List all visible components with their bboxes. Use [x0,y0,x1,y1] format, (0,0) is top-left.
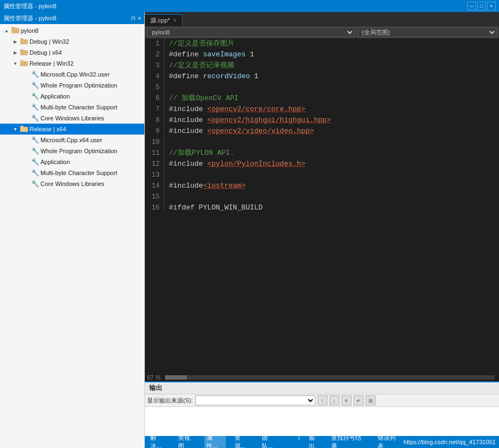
output-btn-3[interactable]: ≡ [342,395,351,405]
close-sidebar-icon[interactable]: × [138,15,141,21]
core-win32-label: Core Windows Libraries [40,115,104,121]
sidebar-title-text: 属性管理器 - pylon8 [3,14,56,22]
status-item-output[interactable]: 输出 [307,434,323,448]
status-item-solve[interactable]: 解决... [148,434,169,448]
status-item-properties[interactable]: 属性... [204,434,226,448]
wrench-icon-core-win32: 🔧 [31,114,39,123]
output-btn-4[interactable]: ↵ [354,395,363,405]
folder-icon-debug-win32 [20,37,28,46]
status-left: 解决... 类视图 属性... 资源... 团队... | 输出 查找符号结果 … [148,434,403,448]
sidebar-title-icons: ⊓ × [131,15,141,21]
svg-rect-4 [20,50,28,55]
tree-application-win32[interactable]: 🔧 Application [0,91,144,102]
status-right: https://blog.csdn.net/qq_41731051 [403,439,496,445]
status-item-find[interactable]: 查找符号结果 [329,434,369,448]
status-bar: 解决... 类视图 属性... 资源... 团队... | 输出 查找符号结果 … [145,436,499,448]
code-editor[interactable]: 1 //定义是否保存图片 2 #define saveImages 1 3 //… [145,38,499,374]
zoom-level: 67 % [147,374,161,381]
scope-select[interactable]: (全局范围) [357,27,497,37]
tree-core-x64[interactable]: 🔧 Core Windows Libraries [0,178,144,189]
code-line-9: 9 #include <opencv2/video/video.hpp> [145,126,499,137]
horizontal-scrollbar[interactable] [165,375,495,380]
wrench-icon-whole-program-win32: 🔧 [31,81,39,90]
release-x64-label: Release | x64 [30,126,66,132]
wrench-icon-multibyte-x64: 🔧 [31,168,39,177]
status-item-resources[interactable]: 资源... [232,434,254,448]
svg-rect-2 [20,39,28,44]
tab-source-cpp[interactable]: 源.cpp* × [145,14,183,26]
wrench-icon-multibyte-win32: 🔧 [31,103,39,112]
minimize-button[interactable]: ─ [467,2,476,10]
right-panel: 源.cpp* × pylon8 (全局范围) 1 //定义是否保存图片 2 #d… [145,12,499,448]
maximize-button[interactable]: □ [477,2,486,10]
code-line-8: 8 #include <opencv2/highgui/highgui.hpp> [145,115,499,126]
code-line-1: 1 //定义是否保存图片 [145,38,499,49]
application-x64-label: Application [40,159,70,165]
pin-icon[interactable]: ⊓ [131,15,136,21]
output-btn-1[interactable]: ↑ [318,395,327,405]
tree-application-x64[interactable]: 🔧 Application [0,156,144,167]
multibyte-win32-label: Multi-byte Character Support [40,104,118,110]
folder-icon-debug-x64 [20,48,28,57]
multibyte-x64-label: Multi-byte Character Support [40,170,118,176]
output-title: 输出 [145,382,499,394]
svg-rect-3 [20,38,24,40]
tree-microsoft-cpp-win32[interactable]: 🔧 Microsoft.Cpp.Win32.user [0,69,144,80]
tree-debug-win32[interactable]: ▶ Debug | Win32 [0,36,144,47]
tree-core-win32[interactable]: 🔧 Core Windows Libraries [0,113,144,124]
scrollbar-thumb[interactable] [165,375,187,380]
code-line-7: 7 #include <opencv2/core/core.hpp> [145,104,499,115]
tab-filename: 源.cpp* [150,16,170,25]
svg-rect-1 [11,27,15,28]
editor-scrollbar-row: 67 % [145,374,499,381]
whole-program-x64-label: Whole Program Optimization [40,148,118,154]
tree-root-label: pylon8 [21,27,38,34]
file-select[interactable]: pylon8 [147,27,355,37]
status-item-errors[interactable]: 错误列表 [375,434,403,448]
tab-close-button[interactable]: × [173,18,177,24]
tree-multibyte-x64[interactable]: 🔧 Multi-byte Character Support [0,167,144,178]
spacer [22,70,31,79]
output-content [145,407,499,436]
project-icon [11,26,20,35]
tree-release-win32[interactable]: ▼ Release | Win32 [0,58,144,69]
code-line-13: 13 [145,170,499,181]
code-line-5: 5 [145,82,499,93]
release-win32-label: Release | Win32 [30,60,74,67]
status-item-team[interactable]: 团队... [260,434,281,448]
close-button[interactable]: × [487,2,496,10]
output-source-select[interactable] [195,395,315,405]
tree-release-x64[interactable]: ▼ Release | x64 [0,124,144,135]
tree-microsoft-cpp-x64[interactable]: 🔧 Microsoft.Cpp.x64.user [0,135,144,146]
wrench-icon-core-x64: 🔧 [31,179,39,188]
tab-bar: 源.cpp* × [145,12,499,26]
output-btn-5[interactable]: ⊞ [366,395,375,405]
output-btn-2[interactable]: ↓ [330,395,339,405]
status-item-classview[interactable]: 类视图 [176,434,198,448]
code-line-2: 2 #define saveImages 1 [145,49,499,60]
tree-root-pylon8[interactable]: ▲ pylon8 [0,25,144,36]
status-url: https://blog.csdn.net/qq_41731051 [403,439,496,445]
whole-program-win32-label: Whole Program Optimization [40,82,118,89]
sidebar-header: 属性管理器 - pylon8 ⊓ × [0,12,144,24]
tree-whole-program-x64[interactable]: 🔧 Whole Program Optimization [0,146,144,156]
tree-multibyte-win32[interactable]: 🔧 Multi-byte Character Support [0,102,144,113]
title-bar: 属性管理器 - pylon8 ─ □ × [0,0,499,12]
microsoft-cpp-x64-label: Microsoft.Cpp.x64.user [40,137,102,143]
main-layout: 属性管理器 - pylon8 ⊓ × ▲ pylon8 ▶ Deb [0,12,499,448]
core-x64-label: Core Windows Libraries [40,181,104,187]
tree-whole-program-win32[interactable]: 🔧 Whole Program Optimization [0,80,144,91]
folder-icon-release-x64 [20,125,28,133]
release-win32-toggle: ▼ [11,59,20,68]
code-line-12: 12 #include <pylon/PylonIncludes.h> [145,159,499,170]
svg-rect-5 [20,49,24,51]
svg-rect-0 [11,28,19,33]
code-line-15: 15 [145,191,499,202]
root-toggle-icon: ▲ [2,26,11,35]
code-line-4: 4 #define recordVideo 1 [145,71,499,82]
debug-x64-toggle: ▶ [11,48,20,57]
output-toolbar: 显示输出来源(S): ↑ ↓ ≡ ↵ ⊞ [145,394,499,407]
debug-win32-label: Debug | Win32 [30,38,69,45]
code-line-10: 10 [145,137,499,148]
tree-debug-x64[interactable]: ▶ Debug | x64 [0,47,144,58]
